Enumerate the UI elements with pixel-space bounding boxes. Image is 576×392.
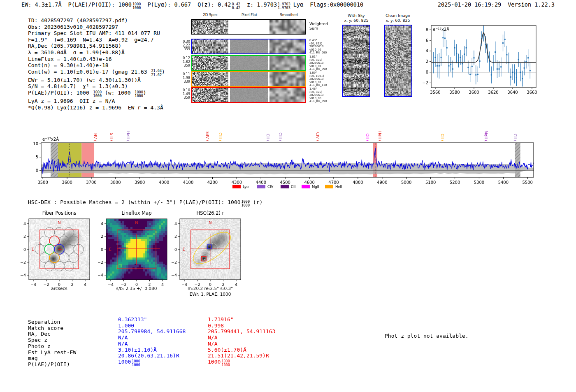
legend-label: Lyα xyxy=(243,185,249,189)
data-point xyxy=(508,62,509,63)
stacked-fraction: 21.6421.62 xyxy=(151,69,162,77)
tick-label: 4900 xyxy=(377,180,387,185)
row-label: Separation xyxy=(28,319,60,325)
data-point xyxy=(530,70,531,71)
emission-line-label: OII ( xyxy=(365,133,370,141)
fiber-positions-image xyxy=(29,219,90,280)
tick-label: 2 xyxy=(101,234,103,239)
masked-region-band xyxy=(51,143,58,177)
row-label: Spec z xyxy=(28,337,47,343)
info-line: EWr = 5.10(±1.70) (w: 4.30(±1.30))Å xyxy=(28,77,165,84)
stacked-fraction: 10001000 xyxy=(135,90,143,98)
row-label: Match score xyxy=(28,325,63,331)
pixel-flat-blank xyxy=(230,20,268,34)
data-point xyxy=(446,47,448,49)
red-match-value: 5.60(±1.70)Å xyxy=(208,347,246,353)
data-point xyxy=(518,59,519,60)
row-label: Est LyA rest-EW xyxy=(28,349,76,355)
info-line: RA,Dec (205.798981,54.911568) xyxy=(28,43,165,49)
data-point xyxy=(502,42,504,44)
red-match-value: N/A xyxy=(208,341,217,347)
data-point xyxy=(481,38,482,39)
legend-label: HeII xyxy=(335,185,342,189)
data-point xyxy=(524,67,525,69)
data-point xyxy=(442,37,444,38)
legend-label: CIV xyxy=(267,185,273,189)
twod-spec-image xyxy=(192,39,228,53)
data-point xyxy=(504,39,506,40)
tick-label: 3900 xyxy=(135,180,145,185)
error-fill xyxy=(41,163,534,174)
data-point xyxy=(497,68,498,70)
twod-spec-image xyxy=(192,20,228,34)
red-match-value: 0.998 xyxy=(208,322,224,329)
tick-label: 5300 xyxy=(474,180,484,185)
left-label: 339 xyxy=(179,80,190,84)
emission-line-label: HeII ( xyxy=(126,131,130,141)
twod-spec-image xyxy=(192,88,228,102)
clean-image-title: Clean Image xyxy=(373,13,423,18)
tick-label: 3580 xyxy=(449,90,460,95)
twod-row xyxy=(191,71,306,87)
data-point xyxy=(454,47,455,49)
smoothed-image xyxy=(269,56,305,70)
info-line: P(LAE)/P(OII): 1000 10001000 (w: 1000 10… xyxy=(28,90,165,98)
info-text: EWr = 5.10(±1.70) (w: 4.30(±1.30))Å xyxy=(28,77,141,83)
tick-label: 0 xyxy=(426,70,428,74)
tick-label: −4 xyxy=(20,273,26,277)
fiber-positions-title: Fiber Positions xyxy=(22,210,96,216)
data-point xyxy=(437,65,438,67)
data-point xyxy=(514,73,515,74)
smoothed-image xyxy=(269,39,305,53)
legend-swatch xyxy=(257,185,265,188)
hscdex-match-line: HSC-DEX : Possible Matches = 2 (within +… xyxy=(28,199,262,207)
blue-match-value: 1.000 xyxy=(118,322,134,329)
z-fraction: 1.97031.9703 xyxy=(278,2,290,10)
info-text: ) xyxy=(143,90,146,96)
tick-label: 4100 xyxy=(183,180,193,185)
lineflux-map-image xyxy=(106,219,167,280)
tick-label: 4600 xyxy=(304,180,314,185)
data-point xyxy=(483,33,484,34)
spectrum-line xyxy=(42,148,534,174)
timestamp-header: 2025-01-20 16:19:29Version 1.22.3 xyxy=(438,1,555,8)
tick-label: 4700 xyxy=(328,180,339,185)
tick-label: 3700 xyxy=(86,180,96,185)
emission-line-label: CII ( xyxy=(513,134,518,141)
data-point xyxy=(439,65,440,67)
info-block: ID: 4028597297 (4028597297.pdf)Obs: 2023… xyxy=(28,17,165,111)
stacked-fraction: 10001000 xyxy=(93,90,102,98)
data-point xyxy=(479,60,481,62)
info-line: Cont(n) = 9.30(±1.40)e-18 xyxy=(28,62,165,69)
data-point xyxy=(520,72,521,73)
data-point xyxy=(441,57,442,58)
data-point xyxy=(485,44,486,45)
pixel-flat-image xyxy=(230,88,268,102)
info-text: F=1.9" T=0.169 N=1.43 A=0.92 g=24.7 xyxy=(28,37,153,43)
tick-label: −2 xyxy=(20,260,26,264)
twod-row-left-labels: 0.111.98339 xyxy=(179,73,190,84)
tick-label: −4 xyxy=(171,273,177,277)
data-point xyxy=(435,57,436,58)
data-point xyxy=(512,72,513,73)
legend-swatch xyxy=(325,185,333,188)
data-point xyxy=(474,57,475,58)
tick-label: 4300 xyxy=(232,180,242,185)
info-text: Cont(w) = 1.10(±0.01)e-17 (gmag 21.63 xyxy=(28,69,150,75)
tick-label: 4400 xyxy=(256,180,266,185)
data-point xyxy=(477,74,478,75)
hsc-cutout-image xyxy=(180,219,241,280)
blue-match-value: 0.362313" xyxy=(118,316,147,322)
emission-line-label: CIII ( xyxy=(218,132,223,141)
tick-label: 4 xyxy=(23,221,26,226)
info-line: S/N = 4.8(±0.7) χ² = 1.3(±0.3) xyxy=(28,83,165,90)
pixel-flat-image xyxy=(230,56,268,70)
legend-label: CIII xyxy=(291,185,296,189)
stacked-fraction: 10001000 xyxy=(132,360,140,367)
data-point xyxy=(433,62,434,63)
tick-label: 5400 xyxy=(498,180,509,185)
data-point xyxy=(467,67,469,68)
z-value: z: 1.97031.97031.9703Lyα xyxy=(247,1,303,8)
tick-label: 2 xyxy=(426,59,428,64)
blue-match-value: 205.798984, 54.911668 xyxy=(118,328,186,334)
